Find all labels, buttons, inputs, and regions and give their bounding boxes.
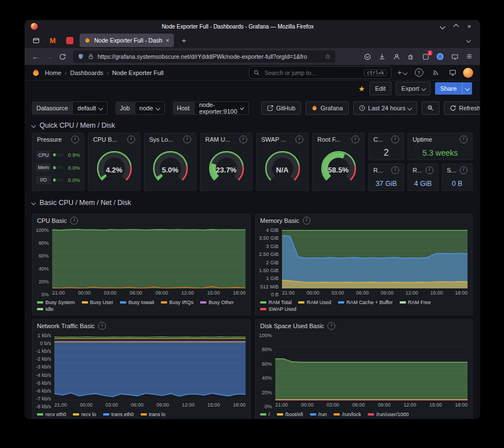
info-icon[interactable]: i <box>303 217 311 225</box>
extension-icon-adblock[interactable] <box>63 34 76 46</box>
export-button[interactable]: Export <box>396 82 431 95</box>
url-bar[interactable]: ☆ <box>73 50 335 63</box>
panel-title[interactable]: CPU Basic <box>37 217 67 224</box>
panel-title[interactable]: Disk Space Used Basic <box>260 323 324 329</box>
url-input[interactable] <box>98 53 321 60</box>
panel-title[interactable]: Root F... <box>317 136 340 143</box>
browser-tab[interactable]: Node Exporter Full - Dashbo × <box>80 34 174 47</box>
panel-title[interactable]: Network Traffic Basic <box>37 323 95 329</box>
legend-item[interactable]: trans eth0 <box>103 412 134 417</box>
github-link-button[interactable]: GitHub <box>261 101 301 115</box>
back-button[interactable]: ← <box>29 50 41 63</box>
search-input[interactable] <box>263 69 360 77</box>
disk-space-chart[interactable] <box>275 333 468 400</box>
favorite-star-icon[interactable]: ★ <box>358 85 365 93</box>
reload-button[interactable] <box>56 50 68 63</box>
share-menu-chevron-icon[interactable] <box>462 82 473 95</box>
info-icon[interactable]: i <box>71 136 79 143</box>
panel-title[interactable]: CPU B... <box>93 136 117 143</box>
info-icon[interactable]: i <box>70 217 78 225</box>
info-icon[interactable]: i <box>327 322 335 330</box>
panel-title[interactable]: Memory Basic <box>260 217 299 224</box>
legend-item[interactable]: Busy System <box>37 300 75 305</box>
time-range-picker[interactable]: Last 24 hours <box>353 101 417 115</box>
section-quick-cpu[interactable]: Quick CPU / Mem / Disk <box>32 118 473 133</box>
info-icon[interactable]: i <box>460 166 468 174</box>
info-icon[interactable]: i <box>239 136 247 143</box>
account-icon[interactable] <box>390 50 403 63</box>
info-icon[interactable]: i <box>98 322 106 330</box>
close-button[interactable]: × <box>464 21 474 31</box>
legend-item[interactable]: /boot/efi <box>277 412 303 417</box>
devices-icon[interactable] <box>448 50 461 63</box>
minimize-button[interactable] <box>437 21 447 31</box>
new-tab-button[interactable]: + <box>177 34 191 46</box>
panel-title[interactable]: C... <box>373 136 383 143</box>
share-button[interactable]: Share <box>435 82 472 95</box>
legend-item[interactable]: recv eth0 <box>37 412 66 417</box>
legend-item[interactable]: /run/user/1000 <box>368 412 409 417</box>
panel-title[interactable]: S... <box>447 167 456 174</box>
extension-icon-mail[interactable]: M <box>46 34 59 46</box>
legend-item[interactable]: Busy IRQs <box>161 300 193 305</box>
variable-host[interactable]: Host node-exporter:9100 <box>173 101 249 115</box>
memory-basic-chart[interactable] <box>282 228 468 288</box>
legend-item[interactable]: RAM Free <box>400 300 431 305</box>
grafana-link-button[interactable]: Grafana <box>306 101 349 115</box>
help-icon[interactable]: ? <box>413 67 425 79</box>
bookmark-star-icon[interactable]: ☆ <box>325 53 331 60</box>
search-box[interactable]: ctrl+k <box>249 66 391 79</box>
legend-item[interactable]: / <box>260 412 270 417</box>
panel-title[interactable]: RAM U... <box>205 136 230 143</box>
legend-item[interactable]: /run <box>310 412 327 417</box>
legend-item[interactable]: trans lo <box>141 412 166 417</box>
notification-extension-icon[interactable]: 1 <box>419 50 432 63</box>
refresh-button[interactable]: Refresh <box>444 101 480 115</box>
tab-close-icon[interactable]: × <box>166 37 169 44</box>
network-traffic-chart[interactable] <box>54 333 246 400</box>
info-icon[interactable]: i <box>426 166 433 174</box>
forward-button[interactable]: → <box>43 50 55 63</box>
info-icon[interactable]: i <box>183 136 191 143</box>
variable-job[interactable]: Job node <box>115 101 165 115</box>
legend-item[interactable]: RAM Cache + Buffer <box>338 300 393 305</box>
window-titlebar[interactable]: Node Exporter Full - Dashboards - Grafan… <box>25 20 480 32</box>
cpu-basic-chart[interactable] <box>52 228 246 288</box>
panel-title[interactable]: R... <box>413 167 422 174</box>
legend-item[interactable]: Idle <box>37 306 54 312</box>
legend-item[interactable]: Busy Iowait <box>120 300 154 305</box>
info-icon[interactable]: i <box>295 136 303 143</box>
user-avatar[interactable] <box>463 68 473 78</box>
legend-item[interactable]: RAM Total <box>260 300 292 305</box>
grafana-logo[interactable] <box>31 68 40 77</box>
news-icon[interactable] <box>429 67 442 79</box>
section-basic[interactable]: Basic CPU / Mem / Net / Disk <box>32 195 473 210</box>
monitor-icon[interactable] <box>446 67 459 79</box>
edit-button[interactable]: Edit <box>369 82 391 95</box>
legend-item[interactable]: /run/lock <box>334 412 361 417</box>
downloads-icon[interactable] <box>376 50 388 63</box>
list-tabs-icon[interactable] <box>462 34 475 46</box>
variable-datasource[interactable]: Datasource default <box>32 101 108 115</box>
panel-title[interactable]: R... <box>373 167 383 174</box>
menu-icon[interactable]: ≡ <box>463 50 475 63</box>
panel-title[interactable]: Pressure <box>37 136 62 143</box>
breadcrumb-home[interactable]: Home <box>45 69 61 76</box>
legend-item[interactable]: RAM Used <box>298 300 331 305</box>
firefox-view-icon[interactable] <box>29 34 43 46</box>
breadcrumb-dashboards[interactable]: Dashboards <box>70 69 103 76</box>
extensions-icon[interactable] <box>405 50 417 63</box>
panel-title[interactable]: Sys Lo... <box>149 136 173 143</box>
info-icon[interactable]: i <box>391 136 399 143</box>
panel-title[interactable]: SWAP ... <box>261 136 286 143</box>
legend-item[interactable]: recv lo <box>73 412 96 417</box>
panel-title[interactable]: Uptime <box>413 136 432 143</box>
info-icon[interactable]: i <box>460 136 468 143</box>
add-button[interactable]: + <box>396 67 408 79</box>
shield-icon[interactable] <box>77 53 84 60</box>
legend-item[interactable]: Busy User <box>82 300 114 305</box>
legend-item[interactable]: Busy Other <box>200 300 234 305</box>
zoom-out-button[interactable] <box>422 101 440 115</box>
info-icon[interactable]: i <box>127 136 135 143</box>
container-extension-icon[interactable] <box>434 50 446 63</box>
